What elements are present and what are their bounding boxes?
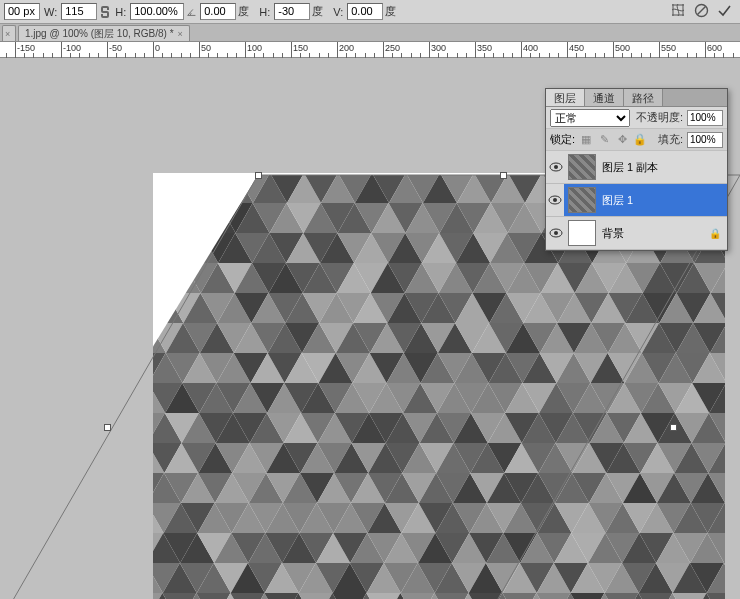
svg-marker-1027 (570, 593, 604, 599)
blend-row: 正常 不透明度: 100% (546, 107, 727, 129)
tab-paths[interactable]: 路径 (624, 89, 663, 106)
svg-point-1338 (553, 198, 557, 202)
transform-handle[interactable] (255, 172, 262, 179)
layer-name: 图层 1 副本 (600, 160, 658, 175)
svg-marker-1009 (264, 593, 298, 599)
svg-marker-1003 (162, 593, 196, 599)
vskew-value[interactable]: 0.00 (347, 3, 383, 20)
visibility-icon[interactable] (548, 228, 564, 238)
svg-marker-8 (153, 173, 185, 203)
svg-marker-1029 (604, 593, 638, 599)
svg-marker-1017 (400, 593, 434, 599)
svg-marker-151 (167, 233, 201, 263)
layer-thumb (568, 154, 596, 180)
layers-panel: 图层 通道 路径 正常 不透明度: 100% 锁定: ▦ ✎ ✥ 🔒 填充: 1… (545, 88, 728, 251)
layer-thumb (568, 187, 596, 213)
layer-name: 图层 1 (600, 193, 633, 208)
svg-marker-82 (202, 203, 236, 233)
panel-tabs: 图层 通道 路径 (546, 89, 727, 107)
svg-marker-9 (168, 173, 202, 203)
svg-marker-10 (185, 173, 219, 203)
lock-transparency-icon[interactable]: ▦ (579, 133, 593, 147)
svg-marker-1025 (536, 593, 570, 599)
h-label: H: (113, 6, 128, 18)
angle-value[interactable]: 0.00 (200, 3, 236, 20)
hskew-unit: 度 (312, 4, 329, 19)
lock-pixels-icon[interactable]: ✎ (597, 133, 611, 147)
svg-marker-81 (185, 203, 219, 233)
visibility-icon[interactable] (548, 162, 564, 172)
svg-marker-291 (153, 293, 166, 323)
layer-list: 图层 1 副本图层 1背景🔒 (546, 151, 727, 250)
cancel-icon[interactable] (694, 3, 709, 18)
lock-label: 锁定: (550, 132, 575, 147)
svg-marker-1033 (672, 593, 706, 599)
opacity-value[interactable]: 100% (687, 110, 723, 126)
blend-mode-select[interactable]: 正常 (550, 109, 630, 127)
transform-handle[interactable] (104, 424, 111, 431)
fill-label: 填充: (658, 132, 683, 147)
lock-icon: 🔒 (709, 228, 721, 239)
svg-marker-1031 (638, 593, 672, 599)
svg-marker-1019 (434, 593, 468, 599)
svg-marker-12 (219, 173, 253, 203)
svg-marker-1011 (298, 593, 332, 599)
lock-all-icon[interactable]: 🔒 (633, 133, 647, 147)
lock-position-icon[interactable]: ✥ (615, 133, 629, 147)
tab-channels[interactable]: 通道 (585, 89, 624, 106)
fill-value[interactable]: 100% (687, 132, 723, 148)
svg-marker-149 (153, 233, 167, 263)
svg-marker-1007 (230, 593, 264, 599)
w-value[interactable]: 115 (61, 3, 97, 20)
vskew-unit2: 度 (385, 4, 402, 19)
vskew-label: V: (331, 6, 345, 18)
tab-layers[interactable]: 图层 (546, 89, 585, 106)
svg-marker-11 (202, 173, 236, 203)
svg-marker-152 (184, 233, 218, 263)
transform-handle[interactable] (500, 172, 507, 179)
svg-marker-7 (153, 173, 168, 203)
transform-handle[interactable] (670, 424, 677, 431)
hskew-label: H: (257, 6, 272, 18)
svg-marker-78 (153, 203, 168, 233)
layer-name: 背景 (600, 226, 624, 241)
layer-row[interactable]: 背景🔒 (546, 217, 727, 250)
close-icon[interactable]: × (178, 29, 183, 39)
opacity-label: 不透明度: (636, 110, 683, 125)
visibility-icon[interactable] (546, 184, 564, 216)
svg-marker-1015 (366, 593, 400, 599)
layer-row[interactable]: 图层 1 (546, 184, 727, 217)
svg-marker-80 (168, 203, 202, 233)
commit-icon[interactable] (717, 3, 732, 18)
svg-marker-1013 (332, 593, 366, 599)
document-tab-blank[interactable]: × (2, 25, 16, 41)
angle-icon (186, 4, 198, 20)
svg-marker-1023 (502, 593, 536, 599)
svg-marker-221 (153, 263, 184, 293)
layer-thumb (568, 220, 596, 246)
svg-marker-220 (153, 263, 167, 293)
svg-point-1336 (554, 165, 558, 169)
w-label: W: (42, 6, 59, 18)
lock-row: 锁定: ▦ ✎ ✥ 🔒 填充: 100% (546, 129, 727, 151)
layer-row[interactable]: 图层 1 副本 (546, 151, 727, 184)
hskew-value[interactable]: -30 (274, 3, 310, 20)
angle-unit: 度 (238, 4, 255, 19)
h-value[interactable]: 100.00% (130, 3, 184, 20)
horizontal-ruler: -150-100-5005010015020025030035040045050… (0, 42, 740, 58)
svg-marker-1005 (196, 593, 230, 599)
svg-marker-1021 (468, 593, 502, 599)
document-tab[interactable]: 1.jpg @ 100% (图层 10, RGB/8) * × (18, 25, 190, 41)
svg-line-1 (698, 6, 706, 14)
svg-marker-79 (153, 203, 185, 233)
svg-point-1340 (554, 231, 558, 235)
tab-title: 1.jpg @ 100% (图层 10, RGB/8) * (25, 27, 174, 41)
link-icon[interactable] (99, 4, 111, 20)
close-icon[interactable]: × (5, 29, 10, 39)
svg-marker-150 (153, 233, 184, 263)
document-tabs: × 1.jpg @ 100% (图层 10, RGB/8) * × (0, 24, 740, 42)
x-value[interactable]: 00 px (4, 3, 40, 20)
warp-icon[interactable] (670, 2, 686, 18)
commit-group (670, 2, 732, 18)
transform-options-bar: 00 px W: 115 H: 100.00% 0.00 度 H: -30 度 … (0, 0, 740, 24)
